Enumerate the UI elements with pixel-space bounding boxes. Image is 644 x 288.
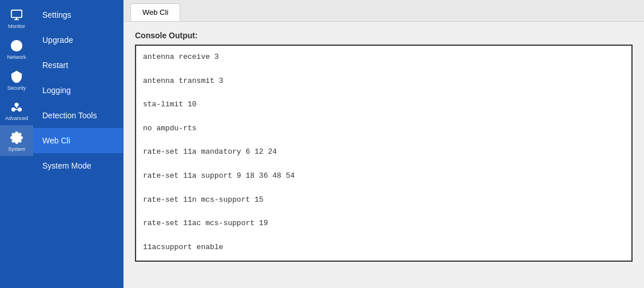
tab-web-cli[interactable]: Web Cli bbox=[130, 3, 180, 21]
console-line-4: no ampdu-rts bbox=[143, 123, 625, 135]
svg-point-2 bbox=[15, 103, 18, 107]
svg-point-4 bbox=[18, 108, 22, 111]
main-content: Web Cli Console Output: antenna receive … bbox=[124, 0, 644, 288]
menu-item-detection-tools[interactable]: Detection Tools bbox=[33, 103, 123, 128]
sidebar-item-network[interactable]: Network bbox=[0, 33, 33, 64]
tab-bar: Web Cli bbox=[124, 0, 644, 22]
console-line-8: rate-set 11ac mcs-support 19 bbox=[143, 218, 625, 230]
network-icon bbox=[10, 39, 23, 53]
menu-sidebar: Settings Upgrade Restart Logging Detecti… bbox=[33, 0, 124, 288]
security-icon bbox=[10, 70, 23, 83]
console-line-5: rate-set 11a mandatory 6 12 24 bbox=[143, 146, 625, 158]
menu-item-restart[interactable]: Restart bbox=[33, 53, 123, 78]
icon-sidebar: Monitor Network Security Advanced bbox=[0, 0, 33, 288]
advanced-icon bbox=[10, 100, 23, 114]
system-icon bbox=[10, 131, 23, 145]
advanced-label: Advanced bbox=[5, 115, 28, 122]
security-label: Security bbox=[7, 85, 26, 91]
monitor-icon bbox=[10, 8, 23, 22]
console-line-3: sta-limit 10 bbox=[143, 99, 625, 111]
menu-item-web-cli[interactable]: Web Cli bbox=[33, 128, 123, 153]
sidebar-item-advanced[interactable]: Advanced bbox=[0, 94, 33, 125]
console-line-9: 11acsupport enable bbox=[143, 242, 625, 254]
monitor-label: Monitor bbox=[8, 23, 25, 30]
menu-item-settings[interactable]: Settings bbox=[33, 2, 123, 27]
network-label: Network bbox=[7, 54, 26, 61]
svg-rect-0 bbox=[11, 10, 22, 18]
menu-item-logging[interactable]: Logging bbox=[33, 78, 123, 103]
console-line-7: rate-set 11n mcs-support 15 bbox=[143, 194, 625, 206]
console-line-6: rate-set 11a support 9 18 36 48 54 bbox=[143, 170, 625, 182]
console-line-2: antenna transmit 3 bbox=[143, 75, 625, 87]
sidebar-item-system[interactable]: System bbox=[0, 125, 33, 156]
console-label: Console Output: bbox=[135, 31, 633, 40]
content-area: Console Output: antenna receive 3 antenn… bbox=[124, 22, 644, 288]
sidebar-item-monitor[interactable]: Monitor bbox=[0, 2, 33, 33]
menu-item-upgrade[interactable]: Upgrade bbox=[33, 27, 123, 53]
system-label: System bbox=[8, 146, 25, 153]
menu-item-system-mode[interactable]: System Mode bbox=[33, 153, 123, 178]
console-output[interactable]: antenna receive 3 antenna transmit 3 sta… bbox=[135, 45, 633, 262]
sidebar-item-security[interactable]: Security bbox=[0, 64, 33, 95]
svg-point-3 bbox=[12, 108, 15, 111]
console-line-1: antenna receive 3 bbox=[143, 51, 625, 63]
